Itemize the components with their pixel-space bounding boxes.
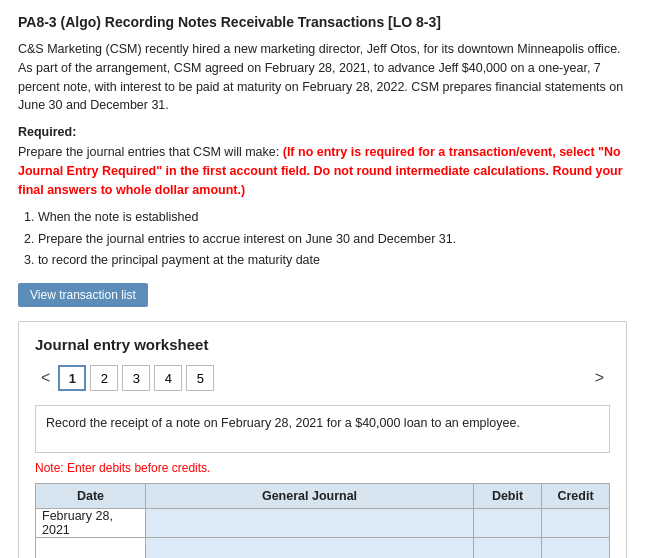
col-general-journal: General Journal [146, 484, 474, 509]
prev-page-arrow[interactable]: < [35, 367, 56, 389]
instructions-text: Prepare the journal entries that CSM wil… [18, 145, 279, 159]
view-transaction-list-button[interactable]: View transaction list [18, 283, 148, 307]
numbered-item-2: 2. Prepare the journal entries to accrue… [24, 229, 627, 250]
date-cell-2[interactable] [36, 538, 146, 559]
page-btn-5[interactable]: 5 [186, 365, 214, 391]
page-btn-2[interactable]: 2 [90, 365, 118, 391]
note-text: Note: Enter debits before credits. [35, 461, 610, 475]
general-journal-cell-1[interactable] [146, 509, 474, 538]
credit-cell-2[interactable] [542, 538, 610, 559]
col-debit: Debit [474, 484, 542, 509]
col-credit: Credit [542, 484, 610, 509]
worksheet-container: Journal entry worksheet < 1 2 3 4 5 > Re… [18, 321, 627, 558]
next-page-arrow[interactable]: > [589, 367, 610, 389]
intro-text: C&S Marketing (CSM) recently hired a new… [18, 40, 627, 115]
required-label: Required: [18, 125, 627, 139]
table-header-row: Date General Journal Debit Credit [36, 484, 610, 509]
journal-table: Date General Journal Debit Credit Februa… [35, 483, 610, 558]
numbered-item-1: 1. When the note is established [24, 207, 627, 228]
instructions: Prepare the journal entries that CSM wil… [18, 143, 627, 199]
page-btn-3[interactable]: 3 [122, 365, 150, 391]
table-row: February 28, 2021 [36, 509, 610, 538]
col-date: Date [36, 484, 146, 509]
page-title: PA8-3 (Algo) Recording Notes Receivable … [18, 14, 627, 30]
date-cell-1[interactable]: February 28, 2021 [36, 509, 146, 538]
table-row [36, 538, 610, 559]
page-btn-4[interactable]: 4 [154, 365, 182, 391]
pagination: < 1 2 3 4 5 > [35, 365, 610, 391]
general-journal-cell-2[interactable] [146, 538, 474, 559]
description-box: Record the receipt of a note on February… [35, 405, 610, 453]
numbered-item-3: 3. to record the principal payment at th… [24, 250, 627, 271]
numbered-list: 1. When the note is established 2. Prepa… [24, 207, 627, 271]
debit-cell-2[interactable] [474, 538, 542, 559]
credit-cell-1[interactable] [542, 509, 610, 538]
worksheet-title: Journal entry worksheet [35, 336, 610, 353]
page-btn-1[interactable]: 1 [58, 365, 86, 391]
debit-cell-1[interactable] [474, 509, 542, 538]
